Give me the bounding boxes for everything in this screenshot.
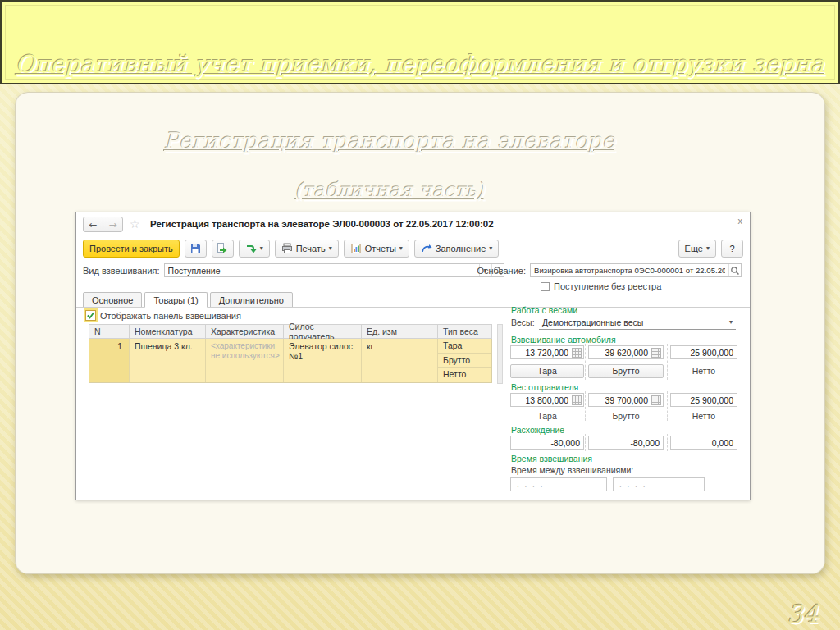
cell-characteristic[interactable]: <характеристики не используются> <box>206 339 284 382</box>
chevron-down-icon: ▾ <box>329 245 332 252</box>
vehicle-weighing-header: Взвешивание автомобиля <box>511 335 616 345</box>
more-button-label: Еще <box>685 244 703 253</box>
column-header-silo: Силос получатель <box>284 325 362 338</box>
brutto-button[interactable]: Брутто <box>588 364 664 378</box>
back-button[interactable]: ← <box>83 217 103 232</box>
weighing-kind-group: Вид взвешивания: ▾ <box>83 263 504 277</box>
sender-brutto-field[interactable]: 39 700,000 <box>588 393 664 407</box>
discrepancy-netto-field[interactable]: 0,000 <box>670 436 737 450</box>
weight-type-brutto[interactable]: Брутто <box>438 354 491 368</box>
time-between-label: Время между взвешиваниями: <box>511 465 633 475</box>
basis-input[interactable] <box>531 264 728 276</box>
dashed-divider <box>667 391 668 421</box>
nav-button-group: ← → <box>83 217 123 232</box>
weighing-time-header: Время взвешивания <box>511 454 592 463</box>
column-header-unit: Ед. изм <box>362 325 438 338</box>
time-field-1[interactable]: . . . . <box>510 477 607 491</box>
column-header-weight-type: Тип веса <box>438 325 491 338</box>
forward-button[interactable]: → <box>103 217 123 232</box>
weighing-panel: Работа с весами Весы: Демонстрационные в… <box>504 304 737 500</box>
discrepancy-tara-field[interactable]: -80,000 <box>510 436 584 450</box>
vehicle-netto-value: 25 900,000 <box>671 348 737 358</box>
vehicle-brutto-field[interactable]: 39 620,000 <box>588 345 664 359</box>
submit-button[interactable]: Провести и закрыть <box>83 240 180 258</box>
fill-button[interactable]: Заполнение ▾ <box>414 240 500 258</box>
scales-label: Весы: <box>511 317 535 327</box>
table-scrollbar[interactable] <box>497 324 503 384</box>
help-button-label: ? <box>729 244 734 253</box>
tab-osnovnoe[interactable]: Основное <box>83 292 142 308</box>
scales-grid-icon[interactable] <box>651 348 661 358</box>
vehicle-netto-field[interactable]: 25 900,000 <box>670 345 737 359</box>
save-button[interactable] <box>185 240 207 258</box>
dashed-divider <box>667 344 668 380</box>
cell-unit[interactable]: кг <box>362 339 438 382</box>
post-document-icon <box>217 243 228 254</box>
sender-brutto-value: 39 700,000 <box>589 395 651 405</box>
tab-dopolnitelno[interactable]: Дополнительно <box>210 292 293 308</box>
sender-brutto-label: Брутто <box>588 411 664 421</box>
back-arrow-icon: ← <box>89 219 97 231</box>
tara-button[interactable]: Тара <box>510 364 584 378</box>
weight-type-tara[interactable]: Тара <box>438 339 491 354</box>
sender-tara-label: Тара <box>510 411 584 421</box>
more-button[interactable]: Еще ▾ <box>678 240 716 258</box>
chevron-down-icon: ▾ <box>489 245 492 252</box>
slide-banner: Оперативный учет приемки, переоформления… <box>0 0 840 84</box>
print-button-label: Печать <box>296 244 326 253</box>
scales-select[interactable]: Демонстрационные весы ▾ <box>539 316 736 330</box>
reports-button-label: Отчеты <box>365 244 396 253</box>
show-weighing-panel-label: Отображать панель взвешивания <box>100 311 241 321</box>
chevron-down-icon: ▾ <box>260 245 263 252</box>
weighing-kind-input[interactable] <box>165 264 479 276</box>
table-row[interactable]: 1 Пшеница 3 кл. <характеристики не испол… <box>89 339 492 383</box>
search-icon[interactable] <box>728 264 741 276</box>
no-registry-label: Поступление без реестра <box>554 281 661 291</box>
discrepancy-netto-value: 0,000 <box>671 438 737 448</box>
app-window: ← → ☆ Регистрация транспорта на элеватор… <box>75 212 751 500</box>
dashed-divider <box>585 434 586 451</box>
submit-button-label: Провести и закрыть <box>89 244 173 253</box>
close-icon[interactable]: x <box>738 216 743 226</box>
basis-label: Основание: <box>477 266 526 276</box>
sender-tara-value: 13 800,000 <box>511 395 572 405</box>
scales-grid-icon[interactable] <box>651 395 661 405</box>
sender-netto-value: 25 900,000 <box>671 395 737 405</box>
tab-tovary[interactable]: Товары (1) <box>144 292 207 308</box>
discrepancy-brutto-field[interactable]: -80,000 <box>588 436 664 450</box>
favorite-star-icon[interactable]: ☆ <box>130 218 140 230</box>
post-document-button[interactable] <box>212 240 234 258</box>
weighing-kind-field: ▾ <box>164 263 504 277</box>
basis-group: Основание: <box>477 263 742 277</box>
dashed-divider <box>667 434 668 451</box>
scales-grid-icon[interactable] <box>572 395 582 405</box>
save-icon <box>189 243 201 254</box>
reports-button[interactable]: Отчеты ▾ <box>344 240 409 258</box>
netto-label: Нетто <box>670 366 737 376</box>
create-based-on-button[interactable]: ▾ <box>239 240 270 258</box>
discrepancy-header: Расхождение <box>511 425 564 435</box>
tab-bar: Основное Товары (1) Дополнительно <box>83 292 295 308</box>
time-field-2[interactable]: . . . . <box>613 477 705 491</box>
cell-silo[interactable]: Элеватор силос №1 <box>284 339 362 382</box>
basis-field <box>530 263 742 277</box>
cell-nomenclature[interactable]: Пшеница 3 кл. <box>130 339 206 382</box>
weighing-kind-label: Вид взвешивания: <box>83 266 160 276</box>
print-button[interactable]: Печать ▾ <box>275 240 339 258</box>
no-registry-checkbox[interactable]: Поступление без реестра <box>541 281 661 291</box>
fill-icon <box>421 243 432 254</box>
cell-weight-types: Тара Брутто Нетто <box>438 339 491 382</box>
slide-subtitle-line1: Регистрация транспорта на элеваторе <box>49 128 730 153</box>
page-number: 34 <box>788 600 819 628</box>
vehicle-brutto-value: 39 620,000 <box>589 348 651 358</box>
show-weighing-panel-checkbox[interactable]: Отображать панель взвешивания <box>85 310 241 321</box>
help-button[interactable]: ? <box>721 240 743 258</box>
scales-grid-icon[interactable] <box>572 348 582 358</box>
sender-netto-field[interactable]: 25 900,000 <box>670 393 737 407</box>
dashed-divider <box>585 344 586 380</box>
weight-type-netto[interactable]: Нетто <box>438 368 491 382</box>
slide-title: Оперативный учет приемки, переоформления… <box>16 50 825 83</box>
vehicle-tara-field[interactable]: 13 720,000 <box>510 345 584 359</box>
sender-tara-field[interactable]: 13 800,000 <box>510 393 584 407</box>
cell-row-number[interactable]: 1 <box>89 339 130 382</box>
